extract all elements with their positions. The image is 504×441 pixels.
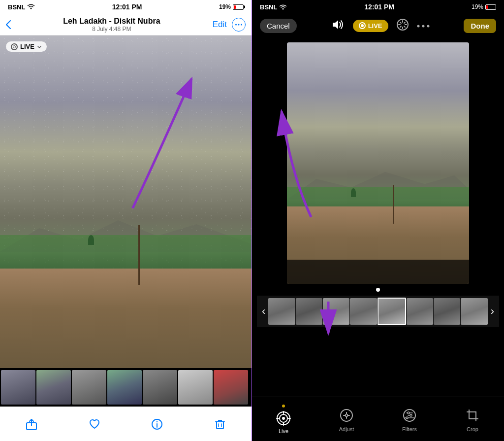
live-yellow-circle — [359, 22, 366, 29]
live-button[interactable]: LIVE — [353, 20, 388, 32]
filmstrip-inner — [268, 297, 487, 326]
strip-thumb-2[interactable] — [36, 370, 71, 405]
photo-strip — [0, 368, 252, 407]
svg-rect-25 — [469, 412, 476, 419]
left-status-time: 12:01 PM — [112, 3, 142, 11]
film-thumb-3[interactable] — [323, 298, 349, 325]
filters-tool-icon — [401, 407, 418, 424]
adjust-tool-icon — [338, 407, 355, 424]
live-circle-icon — [11, 43, 18, 50]
strip-thumb-4[interactable] — [107, 370, 142, 405]
svg-point-3 — [241, 24, 242, 25]
right-status-left: BSNL — [260, 3, 287, 11]
like-button[interactable] — [84, 413, 105, 435]
svg-point-23 — [410, 414, 412, 416]
photo-strip-inner — [0, 369, 249, 406]
live-tool[interactable]: Live — [275, 405, 292, 434]
edit-top-bar: Cancel LIVE — [252, 14, 504, 37]
main-photo — [0, 35, 252, 368]
left-status-right: 19% — [219, 3, 244, 10]
strip-thumb-6[interactable] — [178, 370, 213, 405]
adjust-tool-label: Adjust — [339, 426, 354, 432]
strip-thumb-5[interactable] — [143, 370, 177, 405]
live-tool-dot — [282, 405, 285, 407]
svg-point-1 — [235, 24, 237, 25]
filmstrip-area: ‹ › — [257, 296, 499, 327]
right-battery-icon — [485, 4, 496, 10]
nav-title-block: Leh Ladakh - Diskit Nubra 8 July 4:48 PM — [11, 17, 213, 33]
right-carrier-text: BSNL — [260, 3, 277, 11]
filmstrip-prev-button[interactable]: ‹ — [259, 305, 268, 318]
left-status-bar: BSNL 12:01 PM 19% — [0, 0, 252, 14]
filmstrip-next-button[interactable]: › — [488, 305, 497, 318]
back-button[interactable] — [6, 20, 11, 29]
edit-photo-area: ‹ › — [252, 37, 504, 397]
nav-actions: Edit — [213, 18, 246, 32]
info-button[interactable] — [146, 413, 168, 435]
cancel-button[interactable]: Cancel — [260, 19, 297, 33]
main-photo-area: LIVE — [0, 35, 252, 368]
battery-icon — [233, 4, 244, 10]
left-bottom-toolbar — [0, 407, 252, 441]
svg-point-22 — [408, 412, 410, 414]
svg-point-12 — [422, 25, 424, 27]
left-status-left: BSNL — [8, 3, 35, 11]
frame-dot-indicator — [376, 288, 380, 292]
film-thumb-1[interactable] — [268, 298, 295, 325]
carrier-text: BSNL — [8, 3, 25, 11]
svg-point-20 — [346, 414, 348, 416]
right-battery-pct: 19% — [472, 3, 483, 10]
svg-point-0 — [31, 7, 32, 9]
live-badge-text: LIVE — [20, 43, 34, 50]
edit-photo-frame — [287, 42, 469, 284]
crop-tool[interactable]: Crop — [464, 407, 481, 432]
right-panel: BSNL 12:01 PM 19% Cancel — [252, 0, 504, 441]
right-status-right: 19% — [472, 3, 496, 10]
svg-point-7 — [157, 421, 158, 422]
more-button[interactable] — [232, 18, 246, 32]
filters-tool[interactable]: Filters — [401, 407, 418, 432]
strip-thumb-1[interactable] — [1, 370, 35, 405]
share-button[interactable] — [21, 413, 42, 435]
delete-button[interactable] — [209, 413, 231, 435]
svg-point-13 — [427, 25, 429, 27]
more-options-button[interactable] — [417, 21, 430, 31]
done-button[interactable]: Done — [464, 19, 496, 33]
wifi-icon — [27, 3, 35, 11]
adjust-tool[interactable]: Adjust — [338, 407, 355, 432]
svg-point-18 — [282, 417, 285, 420]
live-tool-label: Live — [279, 428, 288, 434]
edit-button[interactable]: Edit — [213, 20, 227, 30]
left-nav-bar: Leh Ladakh - Diskit Nubra 8 July 4:48 PM… — [0, 14, 252, 35]
svg-point-19 — [341, 409, 352, 421]
film-thumb-7[interactable] — [434, 298, 460, 325]
live-tool-icon — [275, 409, 292, 427]
filters-tool-label: Filters — [402, 426, 417, 432]
bottom-edit-toolbar: Live Adjust — [252, 397, 504, 441]
right-status-bar: BSNL 12:01 PM 19% — [252, 0, 504, 14]
svg-point-24 — [406, 417, 408, 419]
live-badge[interactable]: LIVE — [6, 41, 47, 52]
nav-subtitle: 8 July 4:48 PM — [11, 26, 213, 33]
svg-point-9 — [283, 8, 284, 10]
strip-thumb-3[interactable] — [72, 370, 106, 405]
svg-point-2 — [238, 24, 240, 25]
film-thumb-6[interactable] — [407, 298, 433, 325]
edit-photo — [287, 42, 469, 284]
film-thumb-5-selected[interactable] — [378, 298, 406, 325]
live-button-text: LIVE — [368, 22, 382, 30]
speaker-button[interactable] — [331, 19, 345, 33]
film-thumb-4[interactable] — [350, 298, 377, 325]
crop-tool-label: Crop — [467, 426, 478, 432]
film-thumb-2[interactable] — [296, 298, 322, 325]
top-bar-icons: LIVE — [331, 18, 430, 34]
battery-pct-text: 19% — [219, 3, 231, 10]
svg-point-11 — [417, 25, 419, 27]
strip-thumb-7[interactable] — [214, 370, 248, 405]
nav-title: Leh Ladakh - Diskit Nubra — [11, 17, 213, 26]
left-panel: BSNL 12:01 PM 19% Leh Ladakh - Diskit Nu… — [0, 0, 252, 441]
film-thumb-8[interactable] — [461, 298, 487, 325]
svg-rect-8 — [217, 422, 223, 429]
right-status-time: 12:01 PM — [364, 3, 394, 11]
auto-enhance-button[interactable] — [396, 18, 409, 34]
